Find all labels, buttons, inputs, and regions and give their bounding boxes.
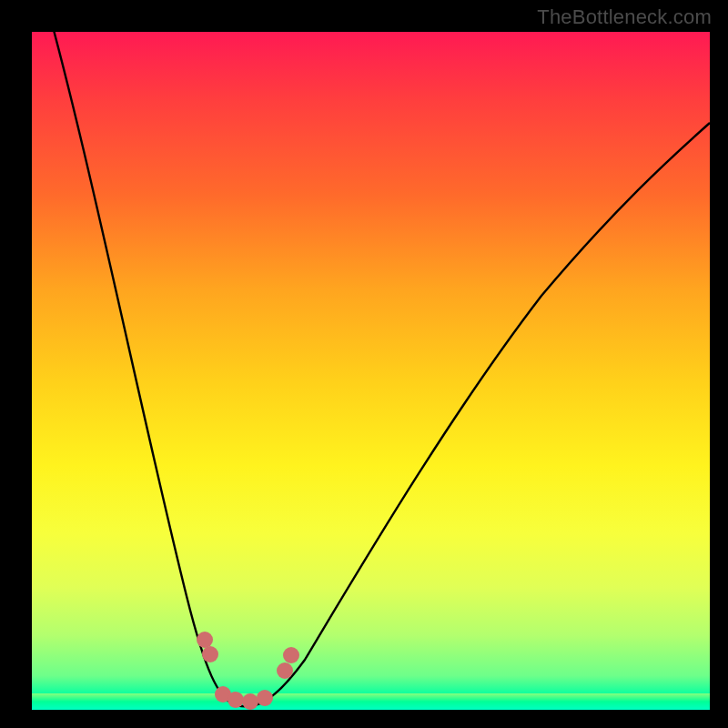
dot-icon [257, 690, 273, 706]
dot-icon [228, 692, 244, 708]
dot-icon [202, 646, 218, 662]
dot-icon [242, 693, 258, 710]
dot-icon [283, 647, 299, 663]
watermark-text: TheBottleneck.com [537, 5, 712, 29]
plot-area [32, 32, 710, 710]
valley-dots [32, 32, 710, 710]
frame: TheBottleneck.com [0, 0, 728, 728]
dot-icon [277, 662, 293, 679]
dot-icon [197, 632, 213, 648]
